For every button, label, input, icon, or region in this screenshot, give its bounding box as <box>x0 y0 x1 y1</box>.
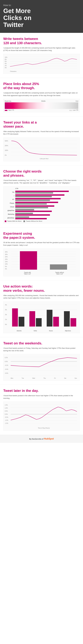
footer-author: Zarrella <box>35 438 41 440</box>
heatmap-end: End <box>76 100 78 102</box>
bar-without-marketing <box>15 214 50 216</box>
section3-title: Tweet your links at aslower pace. <box>3 120 80 128</box>
label-verbs: Verbs <box>34 330 37 332</box>
label-adverbs: Adverbs <box>17 330 22 332</box>
day-thu: Thu <box>43 378 46 379</box>
y-label-6: 6% <box>5 61 7 62</box>
bar-with-addthis <box>15 209 34 210</box>
word-row-please: Please <box>5 202 78 204</box>
bar-with-marketing <box>15 213 33 214</box>
label-nouns: Nouns <box>49 330 53 332</box>
section8-body: I found that tweets posted in the aftern… <box>3 394 80 400</box>
legend-high-ctr: High CTR <box>5 110 14 111</box>
word-bars-marketing <box>15 213 78 216</box>
w-y-00: 0.0% <box>5 361 8 362</box>
w-y-n02: -0.2% <box>5 365 8 366</box>
header: How to: Get More Clicks on Twitter <box>0 0 83 33</box>
words-legend: Tweets With the Word Tweets Without the … <box>5 220 78 222</box>
svg-rect-33 <box>70 318 76 326</box>
section-links-position: Place links about 25%of the way through.… <box>0 78 83 116</box>
characters-chart: 10% 8% 6% 4% 2% 0% Characters <box>5 55 78 72</box>
bar-with-i <box>15 194 64 196</box>
word-row-addthis: @AddThis <box>5 209 78 212</box>
bar-with-please <box>15 202 58 203</box>
footer-brand: HubSpot <box>44 438 54 440</box>
footer-by: By DanZarrella of HubSpot <box>29 438 54 440</box>
section-words: Choose the right wordsand phrases. I fou… <box>0 166 83 228</box>
y-35: 35% <box>5 251 8 253</box>
heatmap-legend: High CTR Low CTR <box>5 110 78 111</box>
svg-rect-27 <box>19 317 24 326</box>
title-line2: Clicks on <box>3 14 31 21</box>
time-line-chart: 1.5% 1.0% 0.5% 0.0% -0.5% -1.0% -1.5% Ti… <box>5 403 78 429</box>
title-line1: Get More <box>3 7 31 14</box>
t-y-00: 0.0% <box>5 414 8 415</box>
legend-with-label: Tweets With the Word <box>7 220 21 222</box>
day-mon: Mon <box>11 378 13 379</box>
bar-with-rt <box>15 198 61 199</box>
word-bars-via <box>15 191 78 194</box>
word-bars-rt <box>15 198 78 201</box>
header-title: Get More Clicks on Twitter <box>3 8 80 28</box>
t-y-n15: -1.5% <box>5 422 8 424</box>
y-label-4: 4% <box>5 63 7 64</box>
header-how-to: How to: <box>3 4 80 7</box>
legend-low-color <box>69 110 72 111</box>
pace-chart-svg <box>11 140 77 156</box>
title-line3: Twitter <box>3 21 24 28</box>
section4-chart: CTR Via I RT <box>3 186 80 224</box>
svg-rect-29 <box>36 318 42 326</box>
bar-without-check <box>15 207 48 208</box>
y-label-8: 8% <box>5 59 7 60</box>
section-tweet-pace: Tweet your links at aslower pace. After … <box>0 116 83 165</box>
w-y-n04: -0.4% <box>5 368 8 370</box>
section6-body: After analyzing 200,000 link containing … <box>3 294 80 299</box>
t-y-10: 1.0% <box>5 407 8 409</box>
legend-with-word: Tweets With the Word <box>5 220 21 222</box>
w-y-02: 0.2% <box>5 357 8 358</box>
legend-without-word: Tweets Without the Word <box>24 220 42 222</box>
label-adjectives: Adjectives <box>65 330 71 332</box>
legend-low-ctr: Low CTR <box>69 110 78 111</box>
word-label-via: Via <box>5 191 15 193</box>
t-y-n05: -0.5% <box>5 416 8 418</box>
svg-rect-26 <box>12 308 18 326</box>
section-verbs-nouns: Use action words:more verbs, fewer nouns… <box>0 280 83 337</box>
y-15: 15% <box>5 261 8 262</box>
legend-with-color <box>5 220 6 222</box>
y-25: 25% <box>5 256 8 258</box>
y-label-10: 10% <box>5 57 7 58</box>
heatmap-beginning: Beginning <box>5 100 11 102</box>
word-row-marketing: Marketing <box>5 213 78 216</box>
t-y-15: 1.5% <box>5 404 8 406</box>
section7-title: Tweet on the weekends. <box>3 341 80 345</box>
section2-title: Place links about 25%of the way through. <box>3 82 80 90</box>
y-10: 10% <box>5 263 8 265</box>
legend-without-label: Tweets Without the Word <box>26 220 42 222</box>
y-100: 100% <box>5 150 8 151</box>
x-links-per-hour: Links-per-Hour <box>40 158 48 160</box>
verbs-y0: 0% <box>5 324 7 325</box>
paperli-label-without: Tweets without"daily is out" <box>52 272 67 275</box>
word-row-i: I <box>5 194 78 197</box>
section4-title: Choose the right wordsand phrases. <box>3 170 80 178</box>
time-svg <box>11 404 77 424</box>
word-label-marketing: Marketing <box>5 214 15 215</box>
y-5: 5% <box>5 266 8 267</box>
weekends-svg <box>11 357 77 375</box>
section8-title: Tweet later in the day. <box>3 389 80 393</box>
word-label-please: Please <box>5 202 15 204</box>
word-label-getglue: @GetGlue <box>5 217 15 219</box>
word-row-check: Check <box>5 206 78 208</box>
word-label-check: Check <box>5 206 15 208</box>
y-500: 500% <box>5 140 8 142</box>
y-0: 0% <box>5 154 8 156</box>
section-characters: Write tweets between120 and 130 characte… <box>0 33 83 78</box>
bar-without-getglue <box>15 218 47 219</box>
legend-without-color <box>24 220 25 222</box>
bar-without-please <box>15 203 47 204</box>
section-time-of-day: Tweet later in the day. I found that twe… <box>0 385 83 435</box>
svg-rect-20 <box>50 264 67 270</box>
day-sat: Sat <box>64 378 66 379</box>
y-200: 200% <box>5 145 8 146</box>
